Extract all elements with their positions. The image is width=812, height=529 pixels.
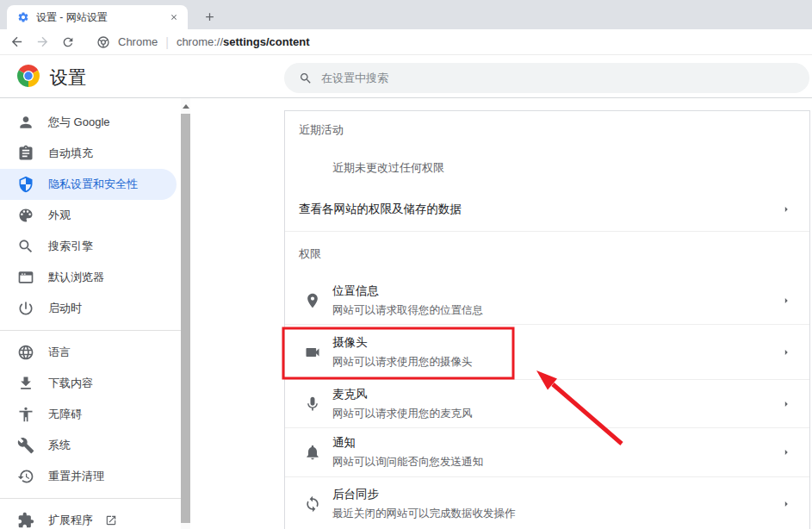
permission-row-location[interactable]: 位置信息 网站可以请求取得您的位置信息 [285,277,809,325]
permission-subtitle: 最近关闭的网站可以完成数据收发操作 [332,507,780,521]
palette-icon [17,207,34,224]
chevron-right-icon [780,398,792,410]
address-separator: | [165,35,169,49]
sidebar-item-appearance[interactable]: 外观 [0,200,181,231]
sidebar-item-autofill[interactable]: 自动填充 [0,138,181,169]
accessibility-icon [17,406,34,423]
chevron-right-icon [780,446,792,458]
sidebar-item-system[interactable]: 系统 [0,430,181,461]
chevron-right-icon [780,295,792,307]
person-icon [17,114,34,131]
browser-window-icon [17,269,34,286]
back-icon[interactable] [3,29,29,55]
forward-icon[interactable] [29,29,55,55]
sidebar-item-label: 扩展程序 [48,513,93,528]
download-icon [17,375,34,392]
recent-activity-header: 近期活动 [285,111,809,149]
sync-icon [304,495,321,513]
location-pin-icon [304,292,321,309]
sidebar-item-search-engine[interactable]: 搜索引擎 [0,231,181,262]
sidebar-item-label: 自动填充 [48,146,93,161]
sidebar-item-label: 重置并清理 [48,469,104,484]
puzzle-icon [17,512,34,529]
permission-subtitle: 网站可以请求取得您的位置信息 [332,303,780,318]
search-icon [17,238,34,255]
tab-strip: 设置 - 网站设置 [0,0,812,29]
privacy-shield-icon [17,176,34,193]
chevron-right-icon [780,346,792,358]
sidebar-item-on-startup[interactable]: 启动时 [0,293,181,324]
settings-search-box[interactable] [284,63,809,93]
scrollbar-thumb[interactable] [181,114,190,523]
power-icon [17,300,34,317]
browser-tab[interactable]: 设置 - 网站设置 [7,5,188,29]
settings-gear-favicon-icon [17,11,29,23]
reload-icon[interactable] [55,29,81,55]
sidebar-divider [0,498,181,499]
sidebar-item-label: 隐私设置和安全性 [48,177,138,192]
all-sites-row[interactable]: 查看各网站的权限及储存的数据 [285,187,809,232]
settings-sidebar: 您与 Google 自动填充 隐私设置和安全性 外观 搜索引擎 默认浏览器 启动… [0,98,181,529]
permission-title: 麦克风 [332,387,780,402]
permission-subtitle: 网站可以询问能否向您发送通知 [332,455,780,470]
address-url-path: settings/content [223,35,309,48]
tab-title: 设置 - 网站设置 [36,10,167,25]
bell-icon [304,444,321,461]
chrome-mono-icon [96,35,110,49]
permission-subtitle: 网站可以请求使用您的麦克风 [332,407,780,421]
sidebar-item-label: 语言 [48,345,71,360]
address-site-label: Chrome [118,35,158,48]
sidebar-item-extensions[interactable]: 扩展程序 [0,505,181,529]
sidebar-item-label: 下载内容 [48,376,93,391]
address-bar[interactable]: Chrome | chrome://settings/content [96,35,309,49]
all-sites-label: 查看各网站的权限及储存的数据 [299,202,780,217]
sidebar-item-languages[interactable]: 语言 [0,337,181,368]
recent-activity-empty-text: 近期未更改过任何权限 [285,149,809,187]
sidebar-item-label: 外观 [48,208,71,223]
external-link-icon [105,514,117,526]
chrome-logo-icon [17,65,40,87]
tab-close-icon[interactable] [167,10,181,24]
wrench-icon [17,437,34,454]
new-tab-button[interactable] [201,9,217,24]
sidebar-item-reset-cleanup[interactable]: 重置并清理 [0,461,181,492]
permission-title: 摄像头 [332,335,780,351]
permission-title: 后台同步 [332,487,780,502]
autofill-icon [17,145,34,162]
site-settings-card: 近期活动 近期未更改过任何权限 查看各网站的权限及储存的数据 权限 位置信息 网… [284,110,810,529]
sidebar-item-default-browser[interactable]: 默认浏览器 [0,262,181,293]
permission-title: 位置信息 [332,283,780,299]
scrollbar-up-arrow[interactable] [181,101,190,111]
permissions-header: 权限 [285,232,809,277]
permission-subtitle: 网站可以请求使用您的摄像头 [332,355,780,370]
permission-title: 通知 [332,435,780,451]
chevron-right-icon [780,203,792,215]
address-url-prefix: chrome:// [177,35,223,48]
settings-search-input[interactable] [321,72,735,84]
sidebar-item-label: 系统 [48,438,71,453]
sidebar-item-label: 启动时 [48,301,82,316]
sidebar-item-label: 您与 Google [48,115,110,130]
sidebar-scrollbar[interactable] [181,98,190,529]
sidebar-item-privacy-security[interactable]: 隐私设置和安全性 [0,169,177,200]
sidebar-item-accessibility[interactable]: 无障碍 [0,399,181,430]
browser-toolbar: Chrome | chrome://settings/content [0,29,812,55]
sidebar-divider [0,330,181,331]
permission-row-notifications[interactable]: 通知 网站可以询问能否向您发送通知 [285,428,809,477]
globe-icon [17,344,34,361]
history-icon [17,468,34,485]
permission-row-background-sync[interactable]: 后台同步 最近关闭的网站可以完成数据收发操作 [285,477,809,529]
sidebar-item-you-and-google[interactable]: 您与 Google [0,107,181,138]
search-icon [299,72,313,85]
sidebar-item-downloads[interactable]: 下载内容 [0,368,181,399]
sidebar-item-label: 搜索引擎 [48,239,93,254]
page-title: 设置 [50,65,86,90]
sidebar-item-label: 默认浏览器 [48,270,104,285]
camera-icon [304,344,321,361]
permission-row-microphone[interactable]: 麦克风 网站可以请求使用您的麦克风 [285,380,809,428]
sidebar-item-label: 无障碍 [48,407,82,422]
permission-row-camera[interactable]: 摄像头 网站可以请求使用您的摄像头 [285,325,809,380]
microphone-icon [304,395,321,413]
chevron-right-icon [780,498,792,510]
